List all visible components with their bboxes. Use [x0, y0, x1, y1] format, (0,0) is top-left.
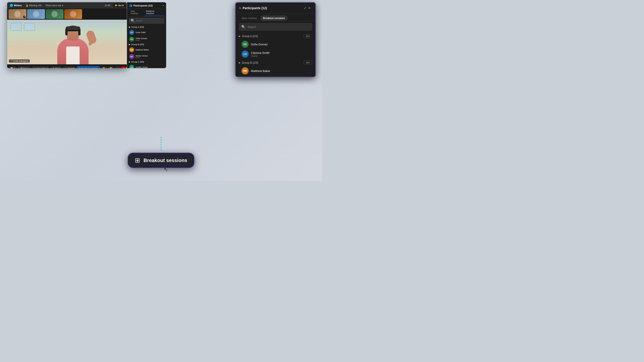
share-label: Share	[55, 67, 60, 68]
whiteboard-button[interactable]: 📋	[100, 66, 107, 68]
info-matthew-large: Matthew Baker	[251, 69, 312, 73]
breakout-sessions-button[interactable]: ⊞ Breakout sessions	[77, 66, 100, 68]
share-button[interactable]: ⬆ Share	[50, 66, 62, 68]
meeting-info-label: Meeting info	[29, 4, 41, 7]
tab-main-meeting-large[interactable]: Main meeting	[239, 15, 260, 21]
name-matthew-large: Matthew Baker	[251, 69, 312, 73]
meeting-info-button[interactable]: 🔒 Meeting info	[24, 4, 43, 7]
group-b-header[interactable]: ▶ Group B (2/3) Join	[236, 59, 315, 66]
thumb-video-4	[64, 9, 82, 19]
thumb-face-3	[52, 11, 58, 17]
show-menu-label: Show menu bar	[46, 4, 61, 7]
panel-tabs-small: Main meeting Breakout sessions	[127, 9, 166, 16]
main-video-bg	[7, 20, 127, 64]
participant-marise-large: MT Marise Torres Guest	[236, 76, 315, 77]
search-input-large[interactable]	[248, 25, 310, 28]
layout-icon: ⊞	[115, 4, 117, 6]
tab-breakout-large[interactable]: Breakout sessions	[260, 15, 288, 21]
thumbnail-4[interactable]	[64, 9, 82, 19]
webex-icon-button[interactable]: 🔵	[7, 66, 8, 68]
group-a-join-button[interactable]: Join	[303, 34, 312, 38]
group-a-header[interactable]: ▶ Group A (2/3) Join	[236, 33, 315, 39]
mute-chevron: ▾	[28, 67, 29, 68]
chat-button[interactable]: 💬 ▾	[8, 66, 16, 68]
share-icon: ⬆	[52, 67, 54, 68]
record-button[interactable]: ⏺ Record	[63, 66, 76, 68]
panel-title-small: 👥 Participants (12)	[129, 4, 153, 7]
name-sofia-small: Sofia Gomez	[136, 37, 164, 39]
tab-breakout-small[interactable]: Breakout sessions	[144, 9, 164, 16]
participant-matthew-small: MB Matthew Baker	[127, 46, 166, 53]
thumb-face-1	[14, 11, 20, 17]
name-umar-small: Umar Patel	[136, 31, 164, 33]
reaction-button[interactable]: 😊	[108, 66, 114, 68]
group-a-name: Group A (2/3)	[242, 35, 303, 38]
thumbnail-2[interactable]	[27, 9, 45, 19]
speaker-name-label: 🎤 Emily Nakagawa	[9, 59, 30, 62]
whiteboard-icon: 📋	[102, 67, 105, 68]
role-clarissa-large: Guest	[251, 54, 312, 57]
name-matthew-small: Matthew Baker	[136, 49, 164, 51]
mic-icon: 🎤	[19, 67, 22, 68]
participant-clarissa-large: CS Clarissa Smith Guest	[236, 49, 315, 59]
end-call-button[interactable]: ✕	[121, 66, 126, 68]
participants-scroll[interactable]: ▶ Group A (2/3) Join SG Sofia Gomez CS C…	[236, 33, 315, 77]
expand-icon[interactable]: ⤢	[303, 5, 307, 11]
tab-main-meeting-small[interactable]: Main meeting	[129, 9, 144, 16]
more-button[interactable]: ...	[115, 66, 120, 68]
large-panel-search[interactable]: 🔍	[239, 23, 312, 31]
close-panel-button[interactable]: ✕	[307, 5, 312, 11]
thumb-face-2	[33, 11, 39, 17]
clock: 12:40	[105, 4, 110, 7]
thumbnail-3[interactable]	[46, 9, 64, 19]
side-panel-small: 👥 Participants (12) ▾ Main meeting Break…	[127, 2, 166, 68]
more-label: ...	[117, 67, 118, 68]
panel-collapse-icon[interactable]: ▾	[239, 6, 241, 10]
search-input-small[interactable]	[136, 20, 162, 22]
thumbnail-strip: 🎤 ⊞ Layout	[7, 8, 127, 20]
participant-sofia-small: SG Sofia Gomez Guest	[127, 36, 166, 42]
app-window: Webex 🔒 Meeting info Show menu bar ▾ 12:…	[7, 2, 127, 68]
info-sofia-large: Sofia Gomez	[251, 43, 312, 46]
end-icon: ✕	[123, 67, 124, 68]
name-austen-small: Austen Jones	[136, 66, 164, 68]
group-b-header-small[interactable]: ▶ Group B (2/3)	[127, 42, 166, 46]
layout-button[interactable]: ⊞ Layout	[113, 3, 126, 7]
participants-count-small: Participants (12)	[134, 4, 153, 7]
participant-umar-small: UP Umar Patel	[127, 29, 166, 36]
show-menu-button[interactable]: Show menu bar ▾	[46, 4, 63, 7]
record-label: Record	[68, 67, 74, 68]
stop-video-button[interactable]: 📹 Stop video ▾	[32, 66, 50, 68]
name-sofia-large: Sofia Gomez	[251, 43, 312, 46]
chevron-down-icon: ▾	[62, 4, 63, 7]
participant-austen-small: AJ Austen Jones	[127, 64, 166, 68]
panel-collapse-small[interactable]: ▾	[163, 4, 164, 7]
mute-button[interactable]: 🎤 Mute ▾	[18, 66, 31, 68]
search-bar-small[interactable]: 🔍	[129, 18, 164, 24]
group-a-label-small: Group A (2/3)	[131, 26, 144, 28]
breakout-tooltip[interactable]: ⊞ Breakout sessions	[128, 153, 194, 168]
name-marise-small: Marise Torres	[136, 55, 164, 57]
info-matthew-small: Matthew Baker	[136, 49, 164, 51]
group-b-name: Group B (2/3)	[242, 61, 303, 64]
name-clarissa-large: Clarissa Smith	[251, 51, 312, 54]
avatar-matthew-large: MB	[242, 67, 249, 74]
breakout-tooltip-label: Breakout sessions	[144, 158, 188, 163]
avatar-umar-small: UP	[129, 30, 134, 35]
mic-icon: 🎤	[10, 60, 13, 62]
layout-label: Layout	[118, 4, 124, 6]
large-panel-title: Participants (12)	[242, 6, 303, 10]
breakout-icon: ⊞	[79, 67, 80, 68]
group-b-chevron: ▶	[239, 61, 240, 64]
group-c-header-small[interactable]: ▶ Group C (3/3)	[127, 60, 166, 64]
breakout-tooltip-icon: ⊞	[135, 157, 140, 164]
webex-logo: Webex	[10, 4, 22, 7]
participant-marise-small: MT Marise Torres Guest	[127, 53, 166, 60]
info-umar-small: Umar Patel	[136, 31, 164, 33]
group-a-header-small[interactable]: ▶ Group A (2/3)	[127, 25, 166, 29]
emoji-icon: 😊	[110, 67, 112, 68]
group-b-join-button[interactable]: Join	[303, 61, 312, 64]
thumbnail-1[interactable]: 🎤	[8, 9, 26, 19]
info-sofia-small: Sofia Gomez Guest	[136, 37, 164, 41]
record-icon: ⏺	[64, 67, 67, 68]
